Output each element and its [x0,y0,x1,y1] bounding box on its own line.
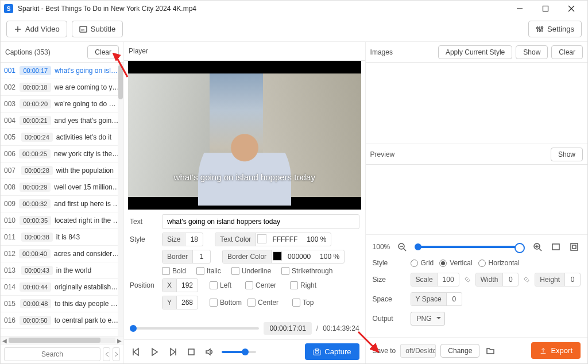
captions-clear-button[interactable]: Clear [87,45,119,59]
svg-line-30 [539,249,541,251]
captions-search-input[interactable] [4,347,100,361]
caption-row[interactable]: 01000:00:35located right in the heart [1,212,123,229]
caption-row[interactable]: 01300:00:43in the world [1,262,123,279]
width-field[interactable]: Width0 [475,273,519,286]
zoom-out-icon[interactable] [396,241,408,253]
caption-row[interactable]: 01400:00:44originally established for [1,279,123,296]
caption-row[interactable]: 00800:00:29well over 15 million in the [1,179,123,196]
caption-row[interactable]: 00200:00:18we are coming to you fro [1,79,123,96]
caption-row[interactable]: 01200:00:40acres and considered one [1,246,123,262]
next-button[interactable] [167,346,179,358]
caption-row[interactable]: 00600:00:25new york city is the larges [1,146,123,162]
border-field[interactable]: Border1 [162,250,211,264]
timeline-slider[interactable] [130,327,259,330]
maximize-button[interactable] [532,1,558,17]
volume-icon[interactable] [203,346,216,358]
caption-row[interactable]: 01500:00:48to this day people come [1,296,123,312]
grid-radio[interactable]: Grid [411,259,434,267]
subtitle-button[interactable]: cc Subtitle [72,21,123,37]
close-button[interactable] [558,1,584,17]
align-bottom-checkbox[interactable]: Bottom [210,299,242,307]
svg-marker-14 [134,348,138,355]
pos-x-field[interactable]: X192 [162,278,198,292]
caption-row[interactable]: 01100:00:38it is 843 [1,229,123,246]
caption-row[interactable]: 00300:00:20we're going to do with th [1,96,123,113]
search-prev-button[interactable] [103,347,110,361]
change-path-button[interactable]: Change [440,344,479,358]
yspace-field[interactable]: Y Space0 [411,292,462,306]
align-right-checkbox[interactable]: Right [290,281,316,289]
save-path-input[interactable]: oft/Desktop/sparkit [400,344,436,358]
svg-rect-33 [572,245,576,249]
caption-row[interactable]: 00500:00:24activities let's do it [1,129,123,146]
link-icon[interactable] [463,275,472,284]
captions-scrollbar[interactable] [118,63,123,336]
images-panel: Images Apply Current Style Show Clear [366,42,587,144]
size-field[interactable]: Size18 [162,233,203,246]
play-button[interactable] [148,346,161,358]
border-color-field[interactable]: Border Color000000100 % [222,250,345,264]
expand-icon[interactable] [568,241,581,253]
pos-y-field[interactable]: Y268 [162,296,198,309]
caption-text-input[interactable] [162,214,359,229]
camera-icon [313,348,321,356]
link-icon-2[interactable] [522,275,531,284]
folder-icon[interactable] [484,344,497,357]
add-video-button[interactable]: Add Video [6,21,67,37]
caption-row[interactable]: 01600:00:50to central park to escape [1,312,123,329]
images-show-button[interactable]: Show [516,45,548,59]
prev-button[interactable] [130,346,142,358]
add-video-label: Add Video [25,25,60,33]
app-icon: S [4,4,13,13]
output-select[interactable]: PNG [411,312,445,326]
svg-point-13 [541,26,543,28]
preview-show-button[interactable]: Show [551,148,583,161]
align-top-checkbox[interactable]: Top [292,299,314,307]
export-label: Export [551,346,572,355]
fit-icon[interactable] [550,241,562,253]
space-row-label: Space [373,295,405,303]
horizontal-radio[interactable]: Horizontal [478,259,520,267]
images-clear-button[interactable]: Clear [551,45,583,59]
svg-marker-20 [206,349,210,355]
caption-overlay: what's going on island hoppers today [128,172,361,182]
main-toolbar: Add Video cc Subtitle Settings [1,17,587,42]
search-next-button[interactable] [113,347,120,361]
zoom-slider[interactable] [417,246,522,248]
captions-list[interactable]: 00100:00:17what's going on island h00200… [1,63,123,336]
capture-button[interactable]: Capture [305,343,359,360]
subtitle-label: Subtitle [91,25,115,33]
caption-row[interactable]: 00900:00:32and first up here is centra [1,196,123,212]
vertical-radio[interactable]: Vertical [439,259,472,267]
apply-style-button[interactable]: Apply Current Style [438,45,512,59]
align-left-checkbox[interactable]: Left [210,281,231,289]
caption-row[interactable]: 00100:00:17what's going on island h [1,63,123,79]
scale-field[interactable]: Scale100 [411,273,459,286]
text-color-field[interactable]: Text ColorFFFFFF100 % [215,233,331,246]
align-center-checkbox[interactable]: Center [245,281,276,289]
align-vcenter-checkbox[interactable]: Center [247,299,278,307]
stop-button[interactable] [185,346,198,358]
minimize-button[interactable] [506,1,532,17]
svg-point-12 [539,29,541,31]
layout-settings: 100% Style Grid Vertical Horizontal Size [366,235,587,337]
style-label: Style [130,235,158,243]
height-field[interactable]: Height0 [535,273,581,286]
underline-checkbox[interactable]: Underline [231,267,271,275]
volume-slider[interactable] [222,351,256,353]
captions-panel: Captions (353) Clear 00100:00:17what's g… [1,42,124,363]
svg-line-26 [404,249,406,251]
caption-row[interactable]: 00400:00:21and yes that's going to in [1,113,123,129]
player-viewport[interactable]: what's going on island hoppers today [128,61,361,210]
caption-row[interactable]: 00700:00:28with the population [1,162,123,179]
bold-checkbox[interactable]: Bold [162,267,186,275]
strike-checkbox[interactable]: Strikethrough [281,267,332,275]
captions-hscroll[interactable]: ◀▶ [1,336,123,344]
settings-button[interactable]: Settings [528,21,582,37]
export-button[interactable]: Export [531,342,581,359]
player-panel: Player what's going on island hoppers to… [124,42,366,363]
italic-checkbox[interactable]: Italic [196,267,221,275]
capture-label: Capture [324,347,351,356]
svg-rect-1 [543,6,548,11]
zoom-in-icon[interactable] [531,241,544,253]
